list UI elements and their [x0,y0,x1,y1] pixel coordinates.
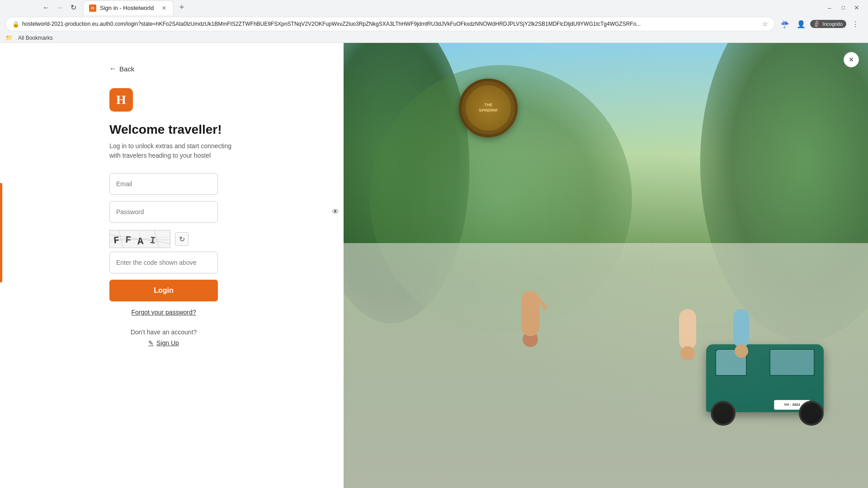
browser-chrome: ← → ↻ H Sign in - Hostelworld ✕ + – ◻ ✕ … [0,0,868,43]
back-nav-button[interactable]: ← [40,1,52,14]
person-3-body [733,309,749,347]
tuk-tuk: YH - 3922 [697,326,842,435]
person-3 [730,309,753,372]
restore-button[interactable]: ◻ [837,2,849,14]
svg-text:F: F [125,235,132,246]
back-arrow-icon: ← [109,65,117,73]
back-label: Back [119,65,134,73]
menu-button[interactable]: ⋮ [848,17,863,31]
person-1-body [521,291,539,336]
bookmark-icon: 📁 [5,34,13,41]
password-toggle-button[interactable]: 👁 [332,208,339,216]
sign-up-link[interactable]: ✎ Sign Up [109,339,218,347]
sign-text: THESPINDRIF [479,103,498,113]
profile-button[interactable]: 👤 [794,17,808,31]
logo-letter: H [116,93,126,107]
person-2-body [679,309,696,350]
captcha-image: F F A I [109,230,170,248]
minimize-button[interactable]: – [824,2,835,14]
extensions-button[interactable]: ☔ [778,17,792,31]
url-text: hostelworld-2021-production.eu.auth0.com… [22,21,760,27]
close-window-button[interactable]: ✕ [851,2,863,14]
tab-close-button[interactable]: ✕ [160,5,168,12]
pen-icon: ✎ [148,339,154,347]
forward-nav-button[interactable]: → [53,1,66,14]
page-subtitle: Log in to unlock extras and start connec… [109,141,236,160]
captcha-image-row: F F A I ↻ [109,230,344,248]
side-accent-bar [0,183,2,282]
forgot-password-link[interactable]: Forgot your password? [109,309,218,316]
login-button[interactable]: Login [109,280,218,301]
lock-icon: 🔒 [12,21,19,28]
star-icon: ☆ [762,20,768,28]
svg-text:A: A [137,236,144,248]
no-account-text: Don't have an account? [109,328,218,336]
back-link[interactable]: ← Back [109,65,344,73]
person-2 [675,309,700,377]
window-controls: – ◻ ✕ [824,2,868,14]
page-content: × ← Back H Welcome traveller! Log in to … [0,43,868,488]
email-input[interactable] [109,173,218,195]
page-title: Welcome traveller! [109,122,344,137]
person-3-head [735,344,748,358]
sign-up-label: Sign Up [156,339,179,347]
hostel-sign: THESPINDRIF [459,79,518,137]
bookmarks-bar: 📁 All Bookmarks [0,33,868,43]
tab-favicon: H [89,5,96,12]
login-panel: ← Back H Welcome traveller! Log in to un… [0,43,344,488]
browser-action-buttons: ☔ 👤 🗿 Incognito ⋮ [778,17,863,31]
address-bar-row: 🔒 hostelworld-2021-production.eu.auth0.c… [0,15,868,33]
tabs-row: ← → ↻ H Sign in - Hostelworld ✕ + – ◻ ✕ [0,0,868,15]
wheel-front [799,401,824,426]
bookmarks-label: All Bookmarks [18,35,53,41]
wheel-rear [711,401,736,426]
captcha-input[interactable] [109,252,218,273]
person-2-head [680,346,695,361]
svg-text:F: F [113,235,120,247]
incognito-label: Incognito [822,21,843,27]
password-input[interactable] [109,201,218,223]
svg-text:I: I [149,235,156,247]
incognito-icon: 🗿 [814,21,821,27]
logo: H [109,88,133,112]
email-field-wrapper [109,173,344,195]
password-field-wrapper: 👁 [109,201,344,223]
tab-title: Sign in - Hostelworld [100,5,157,11]
captcha-refresh-button[interactable]: ↻ [175,232,189,246]
new-tab-button[interactable]: + [175,1,188,14]
photo-scene: THESPINDRIF YH - 3922 [344,43,868,488]
nav-controls: ← → ↻ [36,1,83,14]
person-1 [517,291,544,363]
incognito-badge: 🗿 Incognito [810,20,846,28]
reload-button[interactable]: ↻ [67,1,80,14]
captcha-area: F F A I ↻ [109,230,344,273]
address-bar[interactable]: 🔒 hostelworld-2021-production.eu.auth0.c… [5,17,775,31]
right-panel: THESPINDRIF YH - 3922 [344,43,868,488]
captcha-svg: F F A I [110,230,170,248]
page-close-button[interactable]: × [844,52,859,67]
active-tab[interactable]: H Sign in - Hostelworld ✕ [83,0,174,15]
side-window [769,349,815,376]
sign-inner: THESPINDRIF [466,85,511,131]
